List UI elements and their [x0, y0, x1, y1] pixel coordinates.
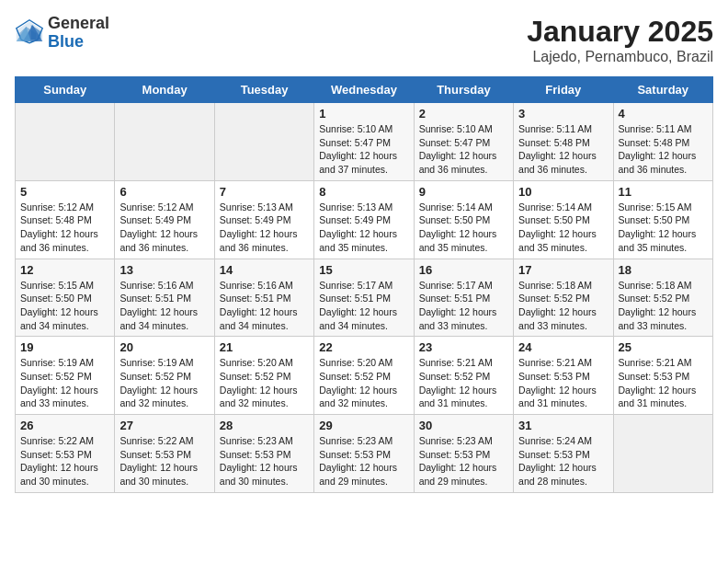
day-info: Sunrise: 5:10 AMSunset: 5:47 PMDaylight:…	[319, 122, 408, 177]
calendar-cell: 2Sunrise: 5:10 AMSunset: 5:47 PMDaylight…	[414, 103, 513, 181]
calendar-cell: 30Sunrise: 5:23 AMSunset: 5:53 PMDayligh…	[414, 415, 513, 493]
calendar-cell: 1Sunrise: 5:10 AMSunset: 5:47 PMDaylight…	[314, 103, 414, 181]
calendar-cell	[115, 103, 214, 181]
weekday-header-saturday: Saturday	[613, 77, 712, 103]
calendar-cell: 29Sunrise: 5:23 AMSunset: 5:53 PMDayligh…	[314, 415, 414, 493]
day-info: Sunrise: 5:21 AMSunset: 5:52 PMDaylight:…	[419, 356, 508, 410]
day-info: Sunrise: 5:17 AMSunset: 5:51 PMDaylight:…	[319, 279, 408, 333]
day-info: Sunrise: 5:10 AMSunset: 5:47 PMDaylight:…	[419, 122, 508, 177]
day-info: Sunrise: 5:14 AMSunset: 5:50 PMDaylight:…	[419, 201, 508, 255]
calendar-cell: 3Sunrise: 5:11 AMSunset: 5:48 PMDaylight…	[514, 103, 613, 181]
day-number: 16	[419, 263, 508, 277]
calendar-cell: 15Sunrise: 5:17 AMSunset: 5:51 PMDayligh…	[314, 259, 414, 337]
day-number: 27	[119, 419, 209, 432]
day-info: Sunrise: 5:14 AMSunset: 5:50 PMDaylight:…	[518, 201, 608, 255]
day-info: Sunrise: 5:22 AMSunset: 5:53 PMDaylight:…	[119, 434, 209, 488]
calendar-cell: 11Sunrise: 5:15 AMSunset: 5:50 PMDayligh…	[613, 180, 712, 259]
calendar-title: January 2025	[527, 15, 713, 49]
calendar-cell: 26Sunrise: 5:22 AMSunset: 5:53 PMDayligh…	[16, 415, 115, 493]
week-row-4: 19Sunrise: 5:19 AMSunset: 5:52 PMDayligh…	[16, 337, 713, 415]
day-number: 23	[419, 340, 508, 354]
day-number: 26	[20, 419, 109, 432]
day-info: Sunrise: 5:12 AMSunset: 5:48 PMDaylight:…	[20, 201, 109, 255]
day-number: 18	[619, 263, 708, 277]
weekday-header-thursday: Thursday	[414, 77, 513, 103]
day-number: 28	[220, 419, 309, 432]
day-number: 21	[220, 340, 309, 354]
day-number: 15	[319, 263, 408, 277]
day-number: 3	[518, 107, 608, 121]
day-number: 17	[518, 263, 608, 277]
day-info: Sunrise: 5:17 AMSunset: 5:51 PMDaylight:…	[419, 279, 508, 333]
day-info: Sunrise: 5:16 AMSunset: 5:51 PMDaylight:…	[220, 279, 309, 333]
day-info: Sunrise: 5:21 AMSunset: 5:53 PMDaylight:…	[619, 356, 708, 410]
logo: General Blue	[15, 15, 109, 52]
day-info: Sunrise: 5:12 AMSunset: 5:49 PMDaylight:…	[119, 201, 209, 255]
calendar-cell: 6Sunrise: 5:12 AMSunset: 5:49 PMDaylight…	[115, 180, 214, 259]
day-info: Sunrise: 5:15 AMSunset: 5:50 PMDaylight:…	[619, 201, 708, 255]
logo-general: General	[48, 14, 109, 32]
calendar-body: 1Sunrise: 5:10 AMSunset: 5:47 PMDaylight…	[16, 103, 713, 493]
day-number: 24	[518, 340, 608, 354]
day-number: 10	[518, 185, 608, 199]
calendar-cell: 17Sunrise: 5:18 AMSunset: 5:52 PMDayligh…	[514, 259, 613, 337]
day-number: 30	[419, 419, 508, 432]
logo-text: General Blue	[48, 15, 109, 52]
calendar-cell: 27Sunrise: 5:22 AMSunset: 5:53 PMDayligh…	[115, 415, 214, 493]
day-info: Sunrise: 5:23 AMSunset: 5:53 PMDaylight:…	[319, 434, 408, 488]
calendar-cell: 18Sunrise: 5:18 AMSunset: 5:52 PMDayligh…	[613, 259, 712, 337]
day-info: Sunrise: 5:13 AMSunset: 5:49 PMDaylight:…	[319, 201, 408, 255]
day-number: 2	[419, 107, 508, 121]
day-number: 14	[220, 263, 309, 277]
weekday-header-sunday: Sunday	[16, 77, 115, 103]
day-number: 11	[619, 185, 708, 199]
day-number: 6	[119, 185, 209, 199]
day-number: 12	[20, 263, 109, 277]
day-info: Sunrise: 5:19 AMSunset: 5:52 PMDaylight:…	[20, 356, 109, 410]
day-number: 9	[419, 185, 508, 199]
calendar-cell: 21Sunrise: 5:20 AMSunset: 5:52 PMDayligh…	[214, 337, 313, 415]
weekday-header-row: SundayMondayTuesdayWednesdayThursdayFrid…	[16, 77, 713, 103]
day-number: 7	[220, 185, 309, 199]
day-number: 20	[119, 340, 209, 354]
day-number: 13	[119, 263, 209, 277]
day-info: Sunrise: 5:15 AMSunset: 5:50 PMDaylight:…	[20, 279, 109, 333]
calendar-cell: 14Sunrise: 5:16 AMSunset: 5:51 PMDayligh…	[214, 259, 313, 337]
calendar-cell: 4Sunrise: 5:11 AMSunset: 5:48 PMDaylight…	[613, 103, 712, 181]
day-info: Sunrise: 5:11 AMSunset: 5:48 PMDaylight:…	[518, 122, 608, 177]
calendar-cell: 28Sunrise: 5:23 AMSunset: 5:53 PMDayligh…	[214, 415, 313, 493]
day-number: 1	[319, 107, 408, 121]
week-row-2: 5Sunrise: 5:12 AMSunset: 5:48 PMDaylight…	[16, 180, 713, 259]
calendar-cell: 24Sunrise: 5:21 AMSunset: 5:53 PMDayligh…	[514, 337, 613, 415]
calendar-cell: 23Sunrise: 5:21 AMSunset: 5:52 PMDayligh…	[414, 337, 513, 415]
week-row-5: 26Sunrise: 5:22 AMSunset: 5:53 PMDayligh…	[16, 415, 713, 493]
day-info: Sunrise: 5:21 AMSunset: 5:53 PMDaylight:…	[518, 356, 608, 410]
day-info: Sunrise: 5:13 AMSunset: 5:49 PMDaylight:…	[220, 201, 309, 255]
page-header: General Blue January 2025 Lajedo, Pernam…	[15, 15, 713, 65]
weekday-header-tuesday: Tuesday	[214, 77, 313, 103]
logo-icon	[15, 18, 44, 48]
calendar-subtitle: Lajedo, Pernambuco, Brazil	[527, 49, 713, 65]
calendar-cell: 16Sunrise: 5:17 AMSunset: 5:51 PMDayligh…	[414, 259, 513, 337]
calendar-table: SundayMondayTuesdayWednesdayThursdayFrid…	[15, 76, 713, 493]
day-number: 25	[619, 340, 708, 354]
day-info: Sunrise: 5:11 AMSunset: 5:48 PMDaylight:…	[619, 122, 708, 177]
day-number: 29	[319, 419, 408, 432]
day-info: Sunrise: 5:22 AMSunset: 5:53 PMDaylight:…	[20, 434, 109, 488]
calendar-cell: 5Sunrise: 5:12 AMSunset: 5:48 PMDaylight…	[16, 180, 115, 259]
day-number: 19	[20, 340, 109, 354]
day-info: Sunrise: 5:23 AMSunset: 5:53 PMDaylight:…	[419, 434, 508, 488]
logo-blue: Blue	[48, 32, 84, 51]
calendar-cell: 9Sunrise: 5:14 AMSunset: 5:50 PMDaylight…	[414, 180, 513, 259]
calendar-cell: 12Sunrise: 5:15 AMSunset: 5:50 PMDayligh…	[16, 259, 115, 337]
calendar-cell	[613, 415, 712, 493]
day-info: Sunrise: 5:18 AMSunset: 5:52 PMDaylight:…	[619, 279, 708, 333]
week-row-1: 1Sunrise: 5:10 AMSunset: 5:47 PMDaylight…	[16, 103, 713, 181]
day-number: 31	[518, 419, 608, 432]
calendar-cell: 20Sunrise: 5:19 AMSunset: 5:52 PMDayligh…	[115, 337, 214, 415]
calendar-cell: 8Sunrise: 5:13 AMSunset: 5:49 PMDaylight…	[314, 180, 414, 259]
week-row-3: 12Sunrise: 5:15 AMSunset: 5:50 PMDayligh…	[16, 259, 713, 337]
day-number: 5	[20, 185, 109, 199]
weekday-header-friday: Friday	[514, 77, 613, 103]
day-info: Sunrise: 5:23 AMSunset: 5:53 PMDaylight:…	[220, 434, 309, 488]
